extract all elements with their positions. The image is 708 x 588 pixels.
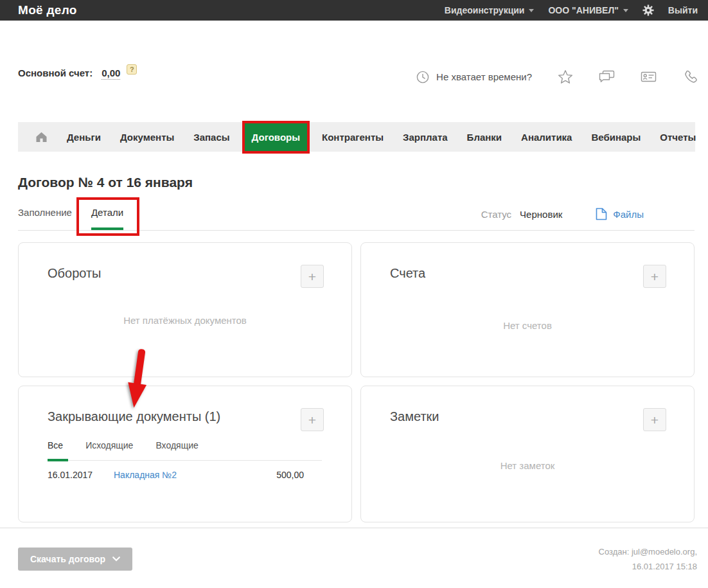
card-closing-docs: Закрывающие документы (1) + Все Исходящи… (18, 386, 352, 522)
nav-item-zapasy[interactable]: Запасы (184, 132, 239, 143)
nav-item-kontragenty[interactable]: Контрагенты (312, 132, 393, 143)
footer: Скачать договор Создан: jul@moedelo.org,… (0, 528, 708, 588)
page-tabs: Заполнение Детали (18, 207, 123, 230)
page-title: Договор № 4 от 16 января (18, 175, 695, 190)
company-label: ООО "АНИВЕЛ" (548, 5, 618, 15)
star-icon[interactable] (558, 69, 573, 84)
card-notes: Заметки + Нет заметок (360, 386, 695, 522)
card-notes-empty: Нет заметок (361, 460, 694, 471)
utility-icons: Не хватает времени? (416, 69, 697, 84)
active-tab-underline (91, 227, 123, 230)
files-label: Файлы (613, 209, 644, 220)
no-time-link[interactable]: Не хватает времени? (436, 71, 532, 82)
tab-detali[interactable]: Детали (91, 207, 123, 230)
chevron-down-icon (623, 9, 628, 12)
card-invoices: Счета + Нет счетов (360, 242, 695, 377)
tab-detali-label: Детали (91, 207, 123, 218)
phone-icon[interactable] (682, 69, 697, 84)
closing-docs-filter-tabs: Все Исходящие Входящие (48, 440, 322, 461)
card-turnovers: Обороты + Нет платёжных документов (18, 242, 352, 377)
main-account-value[interactable]: 0,00 (102, 67, 120, 80)
add-closing-doc-button[interactable]: + (301, 408, 324, 431)
nav-item-blanki[interactable]: Бланки (457, 132, 511, 143)
app-logo[interactable]: Моё дело (18, 3, 77, 17)
video-instructions-menu[interactable]: Видеоинструкции (445, 5, 535, 15)
nav-item-dogovory[interactable]: Договоры (242, 121, 310, 154)
add-turnover-button[interactable]: + (301, 265, 324, 288)
top-bar: Моё дело Видеоинструкции ООО "АНИВЕЛ" (0, 0, 708, 21)
nav-item-dokumenty[interactable]: Документы (111, 132, 184, 143)
status-badge: Черновик (520, 209, 562, 220)
help-badge[interactable]: ? (127, 64, 137, 75)
filter-tab-vkhodyashchie[interactable]: Входящие (155, 440, 198, 460)
doc-link[interactable]: Накладная №2 (114, 470, 177, 480)
chevron-down-icon (112, 557, 120, 562)
top-bar-right: Видеоинструкции ООО "АНИВЕЛ" (445, 4, 698, 16)
download-contract-button[interactable]: Скачать договор (18, 548, 132, 571)
main-account-label: Основной счет: (18, 67, 93, 78)
gear-icon[interactable] (642, 4, 654, 16)
add-invoice-button[interactable]: + (643, 265, 666, 288)
card-turnovers-empty: Нет платёжных документов (19, 315, 351, 326)
tabs-row: Заполнение Детали Статус Черновик Файлы (18, 207, 695, 231)
created-line1: Создан: jul@moedelo.org, (599, 544, 697, 559)
nav-item-byuro[interactable]: Бюро (705, 132, 708, 143)
card-invoices-empty: Нет счетов (361, 320, 694, 331)
card-notes-title: Заметки (390, 409, 439, 424)
tab-zapolnenie[interactable]: Заполнение (18, 207, 72, 230)
cards-grid: Обороты + Нет платёжных документов Счета… (18, 242, 695, 522)
card-closing-docs-title: Закрывающие документы (1) (48, 409, 220, 424)
created-info: Создан: jul@moedelo.org, 16.01.2017 15:1… (599, 544, 697, 574)
card-invoices-title: Счета (390, 266, 425, 281)
filter-tab-vse-label: Все (48, 440, 63, 450)
main-nav: Деньги Документы Запасы Договоры Контраг… (18, 122, 695, 152)
table-row: 16.01.2017 Накладная №2 500,00 (48, 470, 322, 480)
active-filter-underline (48, 459, 68, 461)
chevron-down-icon (529, 9, 534, 12)
nav-item-dengi[interactable]: Деньги (57, 132, 111, 143)
card-turnovers-title: Обороты (48, 266, 101, 281)
home-icon[interactable] (26, 131, 57, 143)
company-menu[interactable]: ООО "АНИВЕЛ" (548, 5, 628, 15)
nav-item-vebinary[interactable]: Вебинары (581, 132, 650, 143)
doc-date: 16.01.2017 (48, 470, 114, 480)
download-contract-label: Скачать договор (30, 554, 105, 564)
account-row: Основной счет: 0,00 ? Не хватает времени… (18, 67, 697, 84)
add-note-button[interactable]: + (643, 408, 666, 431)
filter-tab-iskhodyashchie[interactable]: Исходящие (85, 440, 133, 460)
status-label: Статус (481, 209, 511, 220)
video-instructions-label: Видеоинструкции (445, 5, 525, 15)
logout-link[interactable]: Выйти (668, 5, 698, 15)
main-account: Основной счет: 0,00 ? (18, 67, 137, 80)
logout-label: Выйти (668, 5, 698, 15)
created-line2: 16.01.2017 15:18 (599, 559, 697, 574)
file-icon (596, 208, 607, 220)
chat-icon[interactable] (599, 70, 615, 84)
nav-item-zarplata[interactable]: Зарплата (393, 132, 457, 143)
doc-amount: 500,00 (276, 470, 322, 480)
filter-tab-vse[interactable]: Все (48, 440, 63, 460)
nav-item-analitika[interactable]: Аналитика (511, 132, 581, 143)
clock-icon[interactable] (416, 70, 430, 84)
status-and-files: Статус Черновик Файлы (481, 208, 644, 230)
nav-item-otchety[interactable]: Отчеты (650, 132, 705, 143)
contact-card-icon[interactable] (641, 70, 657, 84)
files-link[interactable]: Файлы (596, 208, 644, 220)
